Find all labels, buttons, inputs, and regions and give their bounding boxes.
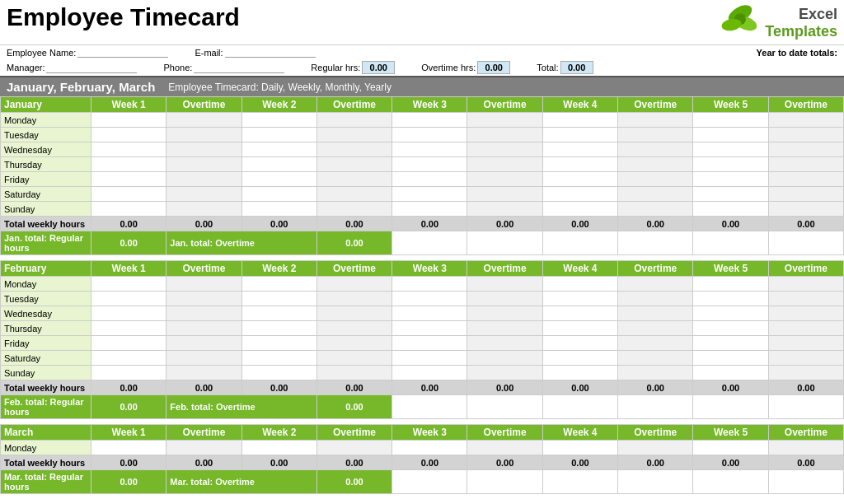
cell-3-9[interactable] — [768, 321, 843, 336]
cell-5-6[interactable] — [542, 187, 617, 202]
cell-4-4[interactable] — [392, 336, 467, 351]
cell-1-9[interactable] — [768, 128, 843, 142]
cell-0-5[interactable] — [467, 441, 542, 455]
cell-3-8[interactable] — [693, 157, 768, 172]
cell-4-6[interactable] — [542, 336, 617, 351]
employee-name-input[interactable] — [77, 47, 168, 58]
cell-0-7[interactable] — [618, 277, 693, 292]
cell-0-1[interactable] — [166, 277, 241, 292]
cell-4-8[interactable] — [693, 172, 768, 187]
cell-0-6[interactable] — [542, 113, 617, 128]
cell-2-0[interactable] — [91, 306, 166, 321]
cell-3-1[interactable] — [166, 157, 241, 172]
cell-4-5[interactable] — [467, 336, 542, 351]
cell-0-2[interactable] — [241, 441, 316, 455]
cell-6-7[interactable] — [618, 366, 693, 380]
cell-6-5[interactable] — [467, 202, 542, 217]
cell-0-9[interactable] — [768, 113, 843, 128]
cell-6-1[interactable] — [166, 366, 241, 380]
cell-3-1[interactable] — [166, 321, 241, 336]
cell-4-6[interactable] — [542, 172, 617, 187]
email-input[interactable] — [225, 47, 316, 58]
cell-5-8[interactable] — [693, 351, 768, 366]
cell-2-2[interactable] — [241, 142, 316, 157]
cell-0-1[interactable] — [166, 441, 241, 455]
cell-5-5[interactable] — [467, 351, 542, 366]
cell-4-2[interactable] — [241, 336, 316, 351]
cell-5-7[interactable] — [618, 351, 693, 366]
cell-5-1[interactable] — [166, 187, 241, 202]
cell-6-8[interactable] — [693, 366, 768, 380]
cell-5-9[interactable] — [768, 187, 843, 202]
cell-6-8[interactable] — [693, 202, 768, 217]
cell-0-7[interactable] — [618, 113, 693, 128]
cell-5-7[interactable] — [618, 187, 693, 202]
cell-1-2[interactable] — [241, 292, 316, 306]
cell-4-8[interactable] — [693, 336, 768, 351]
cell-2-7[interactable] — [618, 142, 693, 157]
cell-6-6[interactable] — [542, 202, 617, 217]
cell-1-2[interactable] — [241, 128, 316, 142]
cell-0-9[interactable] — [768, 441, 843, 455]
cell-6-9[interactable] — [768, 202, 843, 217]
cell-6-0[interactable] — [91, 202, 166, 217]
cell-4-3[interactable] — [316, 172, 392, 187]
cell-1-1[interactable] — [166, 128, 241, 142]
cell-0-4[interactable] — [392, 441, 467, 455]
cell-6-2[interactable] — [241, 366, 316, 380]
cell-5-2[interactable] — [241, 187, 316, 202]
cell-3-6[interactable] — [542, 321, 617, 336]
cell-4-1[interactable] — [166, 172, 241, 187]
cell-6-6[interactable] — [542, 366, 617, 380]
cell-6-4[interactable] — [392, 366, 467, 380]
cell-3-2[interactable] — [241, 321, 316, 336]
cell-3-2[interactable] — [241, 157, 316, 172]
cell-1-9[interactable] — [768, 292, 843, 306]
cell-1-6[interactable] — [542, 292, 617, 306]
cell-0-2[interactable] — [241, 277, 316, 292]
cell-2-1[interactable] — [166, 306, 241, 321]
cell-3-5[interactable] — [467, 321, 542, 336]
cell-2-5[interactable] — [467, 306, 542, 321]
cell-2-9[interactable] — [768, 306, 843, 321]
cell-4-0[interactable] — [91, 172, 166, 187]
cell-6-3[interactable] — [316, 366, 392, 380]
cell-5-5[interactable] — [467, 187, 542, 202]
cell-5-4[interactable] — [392, 187, 467, 202]
cell-0-7[interactable] — [618, 441, 693, 455]
cell-5-2[interactable] — [241, 351, 316, 366]
cell-6-7[interactable] — [618, 202, 693, 217]
cell-1-5[interactable] — [467, 292, 542, 306]
cell-0-4[interactable] — [392, 277, 467, 292]
cell-3-5[interactable] — [467, 157, 542, 172]
cell-5-0[interactable] — [91, 187, 166, 202]
cell-0-5[interactable] — [467, 277, 542, 292]
cell-1-8[interactable] — [693, 292, 768, 306]
cell-3-3[interactable] — [316, 321, 392, 336]
cell-1-3[interactable] — [316, 292, 392, 306]
cell-0-6[interactable] — [542, 441, 617, 455]
cell-5-4[interactable] — [392, 351, 467, 366]
cell-2-9[interactable] — [768, 142, 843, 157]
cell-2-6[interactable] — [542, 142, 617, 157]
cell-5-1[interactable] — [166, 351, 241, 366]
cell-2-1[interactable] — [166, 142, 241, 157]
cell-6-2[interactable] — [241, 202, 316, 217]
cell-0-0[interactable] — [91, 277, 166, 292]
cell-5-0[interactable] — [91, 351, 166, 366]
cell-3-6[interactable] — [542, 157, 617, 172]
cell-2-8[interactable] — [693, 142, 768, 157]
cell-1-7[interactable] — [618, 292, 693, 306]
cell-0-3[interactable] — [316, 277, 392, 292]
cell-4-9[interactable] — [768, 336, 843, 351]
cell-3-0[interactable] — [91, 157, 166, 172]
cell-5-3[interactable] — [316, 351, 392, 366]
cell-6-9[interactable] — [768, 366, 843, 380]
cell-6-5[interactable] — [467, 366, 542, 380]
cell-1-7[interactable] — [618, 128, 693, 142]
cell-2-7[interactable] — [618, 306, 693, 321]
phone-input[interactable] — [194, 63, 284, 73]
cell-4-3[interactable] — [316, 336, 392, 351]
cell-4-4[interactable] — [392, 172, 467, 187]
cell-1-0[interactable] — [91, 128, 166, 142]
